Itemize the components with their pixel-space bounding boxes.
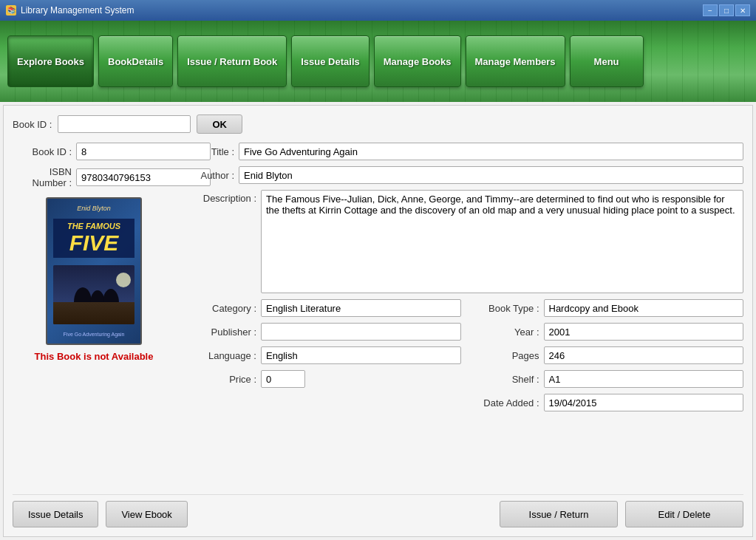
navigation-bar: Explore Books BookDetails Issue / Return…	[0, 21, 756, 102]
svg-rect-1	[53, 306, 134, 324]
cover-scene	[53, 265, 134, 324]
nav-book-details[interactable]: BookDetails	[98, 35, 173, 87]
main-content: Book ID : OK Book ID : ISBN Number : Eni…	[3, 105, 753, 537]
nav-issue-return-book[interactable]: Issue / Return Book	[177, 35, 287, 87]
cover-series: THE FAMOUS FIVE	[53, 219, 134, 258]
fields-right-col: Book Type : Year : Pages Shelf :	[473, 299, 744, 417]
app-icon: 📚	[6, 5, 16, 16]
author-label: Author :	[190, 170, 234, 181]
svg-point-5	[116, 273, 131, 287]
description-label: Description :	[190, 190, 256, 204]
book-type-field[interactable]	[544, 299, 744, 317]
publisher-label: Publisher :	[190, 327, 256, 338]
title-bar: 📚 Library Management System − □ ✕	[0, 0, 756, 21]
window-controls: − □ ✕	[703, 4, 750, 16]
bottom-buttons: Issue Details View Ebook Issue / Return …	[13, 494, 743, 527]
book-cover-area: Enid Blyton THE FAMOUS FIVE	[13, 197, 175, 362]
book-id-label-2: Book ID :	[13, 146, 72, 157]
right-panel: Title : Author : Description : The Famou…	[190, 143, 743, 488]
cover-author: Enid Blyton	[77, 205, 111, 212]
year-label: Year :	[473, 327, 539, 338]
date-added-field[interactable]	[544, 394, 744, 411]
description-field[interactable]: The Famous Five--Julian, Dick, Anne, Geo…	[261, 190, 743, 293]
close-button[interactable]: ✕	[735, 4, 750, 16]
left-panel: Book ID : ISBN Number : Enid Blyton THE …	[13, 143, 175, 488]
maximize-button[interactable]: □	[719, 4, 734, 16]
pages-field[interactable]	[544, 346, 744, 364]
nav-manage-members[interactable]: Manage Members	[466, 35, 565, 87]
cover-subtitle: Five Go Adventuring Again	[64, 331, 125, 338]
year-field[interactable]	[544, 323, 744, 341]
isbn-label: ISBN Number :	[13, 166, 72, 188]
svg-point-3	[90, 290, 105, 317]
price-field[interactable]	[261, 370, 305, 388]
date-added-label: Date Added :	[473, 397, 539, 409]
shelf-field[interactable]	[544, 370, 744, 388]
issue-return-button[interactable]: Issue / Return	[500, 501, 618, 527]
nav-explore-books[interactable]: Explore Books	[7, 35, 94, 87]
book-id-label-1: Book ID :	[13, 119, 52, 130]
ok-button[interactable]: OK	[197, 115, 242, 134]
svg-point-2	[74, 287, 92, 317]
publisher-field[interactable]	[261, 323, 461, 341]
edit-delete-button[interactable]: Edit / Delete	[625, 501, 743, 527]
svg-point-4	[103, 289, 119, 317]
book-type-label: Book Type :	[473, 303, 539, 314]
category-label: Category :	[190, 303, 256, 314]
nav-menu[interactable]: Menu	[570, 35, 644, 87]
fields-left-col: Category : Publisher : Language : Price …	[190, 299, 461, 417]
nav-manage-books[interactable]: Manage Books	[374, 35, 461, 87]
title-field[interactable]	[239, 143, 743, 160]
book-cover: Enid Blyton THE FAMOUS FIVE	[46, 197, 142, 345]
price-label: Price :	[190, 374, 256, 385]
shelf-label: Shelf :	[473, 374, 539, 385]
author-field[interactable]	[239, 166, 743, 184]
title-label: Title :	[190, 146, 234, 157]
minimize-button[interactable]: −	[703, 4, 718, 16]
book-id-input-1[interactable]	[58, 115, 191, 133]
view-ebook-button[interactable]: View Ebook	[106, 501, 187, 527]
pages-label: Pages	[473, 350, 539, 361]
issue-details-button[interactable]: Issue Details	[13, 501, 98, 527]
nav-issue-details[interactable]: Issue Details	[291, 35, 370, 87]
not-available-text: This Book is not Available	[35, 351, 154, 362]
language-field[interactable]	[261, 346, 461, 364]
category-field[interactable]	[261, 299, 461, 317]
language-label: Language :	[190, 350, 256, 361]
app-title: Library Management System	[21, 5, 134, 16]
